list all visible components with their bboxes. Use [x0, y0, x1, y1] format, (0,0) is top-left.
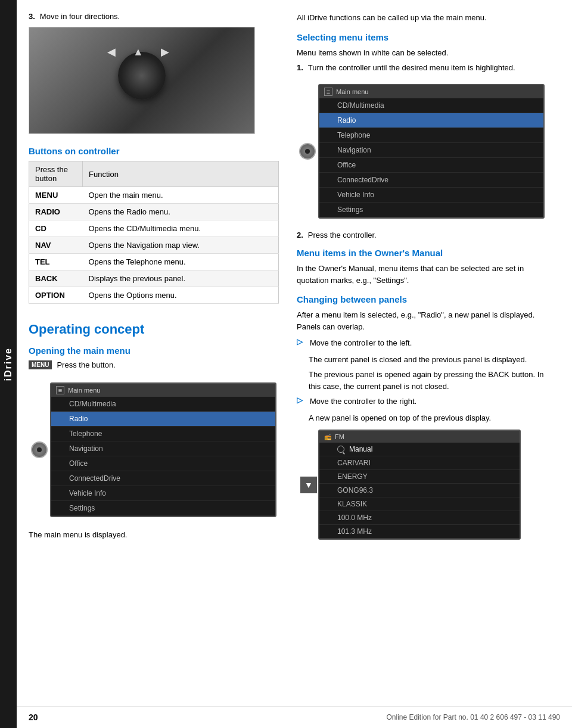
- right-screen-menu-item: Radio: [319, 113, 543, 128]
- button-function: Displays the previous panel.: [83, 270, 279, 287]
- button-name: BACK: [29, 270, 83, 287]
- left-menu-screen-container: ≡ Main menu CD/MultimediaRadioTelephoneN…: [29, 377, 279, 523]
- table-row: TELOpens the Telephone menu.: [29, 254, 279, 270]
- right-screen-title-bar: ≡ Main menu: [319, 85, 543, 98]
- left-screen-menu-item: Telephone: [51, 427, 275, 441]
- button-function: Open the main menu.: [83, 187, 279, 204]
- opening-menu-heading: Opening the main menu: [29, 346, 279, 356]
- selecting-step2-text: Press the controller.: [308, 231, 377, 239]
- right-screen-menu-item: Telephone: [319, 128, 543, 143]
- intro-text: All iDrive functions can be called up vi…: [297, 12, 553, 24]
- bullet2: ▷ Move the controller to the right.: [297, 396, 553, 407]
- fm-title-bar: 📻 FM: [319, 431, 520, 443]
- left-screen-menu-item: Navigation: [51, 441, 275, 456]
- down-arrow-indicator: ▼: [297, 477, 318, 493]
- right-idrive-screen: ≡ Main menu CD/MultimediaRadioTelephoneN…: [318, 84, 545, 219]
- selecting-items-intro: Menu items shown in white can be selecte…: [297, 47, 553, 59]
- fm-screen-item: 100.0 MHz: [319, 511, 520, 525]
- left-screen-menu-item: Office: [51, 456, 275, 471]
- table-row: OPTIONOpens the Options menu.: [29, 287, 279, 304]
- step-3-text: Move in four directions.: [40, 12, 120, 21]
- operating-concept-heading: Operating concept: [29, 322, 279, 337]
- button-name: TEL: [29, 254, 83, 270]
- sub3-text: A new panel is opened on top of the prev…: [309, 413, 491, 422]
- changing-panels-heading: Changing between panels: [297, 294, 553, 304]
- button-function: Opens the Radio menu.: [83, 204, 279, 220]
- right-column: All iDrive functions can be called up vi…: [291, 12, 565, 546]
- side-tab-label: iDrive: [3, 347, 14, 381]
- fm-idrive-screen: 📻 FM ManualCARIVARIENERGYGONG96.3KLASSIK…: [318, 430, 521, 540]
- fm-screen-item: CARIVARI: [319, 456, 520, 470]
- controller-knob-left: [29, 414, 50, 486]
- step-3-number: 3.: [29, 12, 35, 21]
- fm-screen-item: Manual: [319, 443, 520, 456]
- table-row: BACKDisplays the previous panel.: [29, 270, 279, 287]
- right-screen-menu-item: CD/Multimedia: [319, 98, 543, 113]
- knob-inner-right: [305, 149, 310, 154]
- bullet2-text: Move the controller to the right.: [310, 396, 553, 407]
- button-name: MENU: [29, 187, 83, 204]
- selecting-step1-text: Turn the controller until the desired me…: [308, 63, 515, 72]
- sub1-text: The current panel is closed and the prev…: [309, 355, 527, 364]
- right-screen-menu-icon: ≡: [324, 88, 332, 96]
- left-screen-menu-item: ConnectedDrive: [51, 471, 275, 486]
- table-col1-header: Press the button: [29, 161, 83, 187]
- fm-screen-item: KLASSIK: [319, 497, 520, 511]
- button-function: Opens the Telephone menu.: [83, 254, 279, 270]
- button-name: CD: [29, 220, 83, 237]
- page-footer: 20 Online Edition for Part no. 01 40 2 6…: [17, 706, 572, 728]
- left-screen-menu-item: Radio: [51, 412, 275, 427]
- fm-screen-item: ENERGY: [319, 470, 520, 484]
- left-column: 3. Move in four directions. Buttons on c…: [17, 12, 291, 546]
- knob-circle: [31, 441, 48, 458]
- table-row: CDOpens the CD/Multimedia menu.: [29, 220, 279, 237]
- screen-menu-icon: ≡: [56, 386, 64, 394]
- side-tab: iDrive: [0, 0, 17, 728]
- right-screen-menu-item: Vehicle Info: [319, 188, 543, 203]
- changing-panels-intro: After a menu item is selected, e.g., "Ra…: [297, 309, 553, 332]
- right-screen-menu-item: ConnectedDrive: [319, 173, 543, 188]
- button-name: RADIO: [29, 204, 83, 220]
- selecting-step2: 2. Press the controller.: [297, 231, 553, 239]
- sub-bullet3: A new panel is opened on top of the prev…: [309, 412, 553, 424]
- controller-image: [29, 27, 255, 134]
- left-screen-title-bar: ≡ Main menu: [51, 384, 275, 397]
- bullet1: ▷ Move the controller to the left.: [297, 337, 553, 349]
- owners-manual-heading: Menu items in the Owner's Manual: [297, 248, 553, 258]
- left-screen-menu-item: CD/Multimedia: [51, 397, 275, 412]
- left-screen-title: Main menu: [68, 387, 100, 394]
- owners-manual-text: In the Owner's Manual, menu items that c…: [297, 263, 553, 286]
- button-function: Opens the CD/Multimedia menu.: [83, 220, 279, 237]
- press-button-line: MENU Press the button.: [29, 360, 279, 369]
- buttons-section-heading: Buttons on controller: [29, 146, 279, 156]
- sub-bullet1: The current panel is closed and the prev…: [309, 354, 553, 366]
- controller-knob-right: [297, 116, 318, 187]
- button-name: OPTION: [29, 287, 83, 304]
- knob-circle-right: [299, 143, 316, 160]
- left-screen-menu-item: Settings: [51, 501, 275, 516]
- fm-screen-container: ▼ 📻 FM ManualCARIVARIENERGYGONG96.3KLASS…: [297, 430, 553, 540]
- down-arrow-box: ▼: [300, 477, 317, 493]
- fm-screen-item: GONG96.3: [319, 484, 520, 497]
- fm-title: FM: [335, 433, 344, 440]
- right-screen-menu-item: Office: [319, 158, 543, 173]
- knob-inner: [37, 447, 42, 452]
- table-col2-header: Function: [83, 161, 279, 187]
- sub2-text: The previous panel is opened again by pr…: [309, 370, 544, 391]
- selecting-step1: 1. Turn the controller until the desired…: [297, 63, 553, 72]
- left-screen-menu-item: Vehicle Info: [51, 486, 275, 501]
- fm-antenna-icon: 📻: [324, 434, 331, 440]
- buttons-table: Press the button Function MENUOpen the m…: [29, 161, 279, 304]
- sub-bullet2: The previous panel is opened again by pr…: [309, 369, 553, 392]
- bullet1-text: Move the controller to the left.: [310, 337, 553, 349]
- left-idrive-screen: ≡ Main menu CD/MultimediaRadioTelephoneN…: [50, 382, 276, 517]
- page-number: 20: [29, 713, 38, 722]
- edition-text: Online Edition for Part no. 01 40 2 606 …: [386, 713, 560, 721]
- table-row: MENUOpen the main menu.: [29, 187, 279, 204]
- table-row: RADIOOpens the Radio menu.: [29, 204, 279, 220]
- button-function: Opens the Navigation map view.: [83, 237, 279, 254]
- selecting-items-heading: Selecting menu items: [297, 32, 553, 42]
- right-screen-menu-item: Navigation: [319, 143, 543, 158]
- button-name: NAV: [29, 237, 83, 254]
- right-screen-menu-item: Settings: [319, 203, 543, 217]
